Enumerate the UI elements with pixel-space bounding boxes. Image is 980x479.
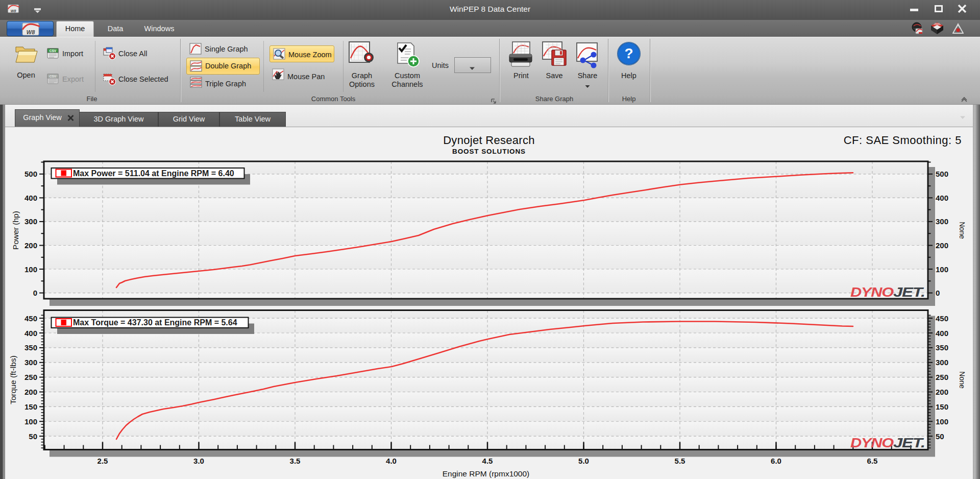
svg-text:JET.: JET. xyxy=(893,284,925,300)
svg-text:250: 250 xyxy=(24,373,37,381)
svg-text:250: 250 xyxy=(936,373,948,381)
svg-text:3.0: 3.0 xyxy=(193,457,204,465)
svg-text:Dynojet Research: Dynojet Research xyxy=(443,134,535,147)
svg-text:400: 400 xyxy=(936,194,948,202)
svg-text:200: 200 xyxy=(24,241,37,250)
svg-text:100: 100 xyxy=(24,265,37,274)
svg-text:450: 450 xyxy=(936,314,948,323)
svg-text:300: 300 xyxy=(24,217,37,226)
svg-text:200: 200 xyxy=(936,388,948,396)
svg-text:CF: SAE Smoothing: 5: CF: SAE Smoothing: 5 xyxy=(844,134,962,147)
svg-text:5.0: 5.0 xyxy=(578,457,589,465)
svg-text:0: 0 xyxy=(33,289,37,297)
svg-text:6.0: 6.0 xyxy=(771,457,781,465)
svg-text:2.5: 2.5 xyxy=(97,457,108,465)
svg-text:500: 500 xyxy=(936,170,948,178)
svg-text:None: None xyxy=(958,371,966,389)
svg-text:DYNO: DYNO xyxy=(850,435,894,450)
svg-text:Max Power = 511.04 at Engine R: Max Power = 511.04 at Engine RPM = 6.40 xyxy=(73,169,234,178)
svg-text:DYNO: DYNO xyxy=(850,284,894,300)
svg-text:50: 50 xyxy=(29,432,37,441)
svg-text:5.5: 5.5 xyxy=(675,457,685,465)
svg-text:400: 400 xyxy=(24,329,37,338)
svg-text:?: ? xyxy=(624,45,633,61)
svg-text:Torque (ft-lbs): Torque (ft-lbs) xyxy=(9,355,17,404)
svg-text:100: 100 xyxy=(936,417,948,426)
svg-text:W8: W8 xyxy=(27,29,35,35)
svg-text:CSV: CSV xyxy=(50,75,57,78)
svg-text:Max Torque = 437.30 at Engine: Max Torque = 437.30 at Engine RPM = 5.64 xyxy=(73,318,237,327)
svg-text:300: 300 xyxy=(24,358,37,367)
svg-text:JET.: JET. xyxy=(893,435,925,450)
svg-text:Engine RPM (rpmx1000): Engine RPM (rpmx1000) xyxy=(443,469,530,478)
svg-text:300: 300 xyxy=(936,217,948,226)
svg-text:4.5: 4.5 xyxy=(482,457,493,465)
svg-text:3.5: 3.5 xyxy=(290,457,301,465)
svg-text:500: 500 xyxy=(24,170,37,178)
svg-text:150: 150 xyxy=(936,402,948,411)
svg-text:400: 400 xyxy=(24,194,37,202)
svg-text:450: 450 xyxy=(24,314,37,323)
svg-text:350: 350 xyxy=(936,343,948,352)
svg-text:150: 150 xyxy=(24,402,37,411)
svg-text:6.5: 6.5 xyxy=(867,457,878,465)
svg-text:0: 0 xyxy=(936,289,940,297)
svg-text:4.0: 4.0 xyxy=(386,457,397,465)
svg-text:350: 350 xyxy=(24,343,37,352)
svg-text:300: 300 xyxy=(936,358,948,367)
svg-text:CSV: CSV xyxy=(50,49,57,53)
svg-text:None: None xyxy=(958,222,966,239)
svg-text:200: 200 xyxy=(936,241,948,250)
svg-text:400: 400 xyxy=(936,329,948,338)
svg-text:Power (hp): Power (hp) xyxy=(11,211,20,250)
svg-text:50: 50 xyxy=(936,432,944,441)
svg-text:200: 200 xyxy=(24,388,37,396)
svg-text:100: 100 xyxy=(24,417,37,426)
svg-text:BOOST SOLUTIONS: BOOST SOLUTIONS xyxy=(452,148,526,155)
svg-text:100: 100 xyxy=(936,265,948,274)
